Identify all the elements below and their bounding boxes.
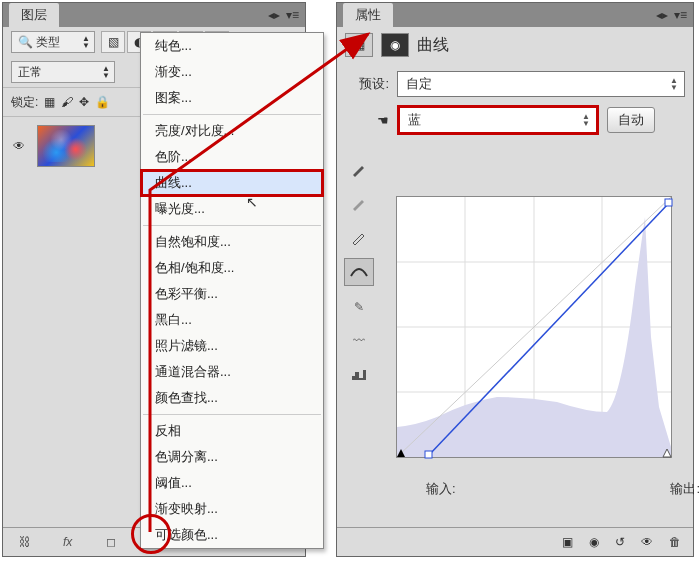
menu-item-17[interactable]: 反相: [141, 418, 323, 444]
collapse-icon[interactable]: ◂▸: [656, 8, 668, 22]
menu-item-4[interactable]: 亮度/对比度...: [141, 118, 323, 144]
histogram-icon[interactable]: [345, 362, 373, 388]
mask-icon[interactable]: ◻: [100, 533, 122, 551]
pencil-icon[interactable]: ✎: [345, 294, 373, 320]
menu-item-5[interactable]: 色阶...: [141, 144, 323, 170]
menu-item-12[interactable]: 黑白...: [141, 307, 323, 333]
adjustment-menu: 纯色...渐变...图案...亮度/对比度...色阶...曲线...曝光度...…: [140, 32, 324, 549]
curves-graph[interactable]: [396, 196, 672, 458]
eyedropper-white-icon[interactable]: [345, 224, 373, 250]
blend-mode-value: 正常: [18, 64, 42, 81]
panel-menu-icon[interactable]: ▾≡: [674, 8, 687, 22]
menu-item-9[interactable]: 自然饱和度...: [141, 229, 323, 255]
collapse-icon[interactable]: ◂▸: [268, 8, 280, 22]
preset-select[interactable]: 自定 ▲▼: [397, 71, 685, 97]
eyedropper-black-icon[interactable]: [345, 156, 373, 182]
adjustment-mask-icon[interactable]: ◉: [381, 33, 409, 57]
svg-rect-8: [665, 199, 672, 206]
lock-transparency-icon[interactable]: ▦: [44, 95, 55, 109]
clip-icon[interactable]: ▣: [562, 535, 573, 549]
view-previous-icon[interactable]: ◉: [589, 535, 599, 549]
panel-menu-icon[interactable]: ▾≡: [286, 8, 299, 22]
smooth-icon[interactable]: 〰: [345, 328, 373, 354]
input-label: 输入:: [426, 480, 456, 498]
fx-icon[interactable]: fx: [57, 533, 79, 551]
lock-position-icon[interactable]: ✥: [79, 95, 89, 109]
preset-label: 预设:: [345, 75, 389, 93]
channel-select[interactable]: 蓝 ▲▼: [397, 105, 599, 135]
menu-item-10[interactable]: 色相/饱和度...: [141, 255, 323, 281]
lock-all-icon[interactable]: 🔒: [95, 95, 110, 109]
properties-tab[interactable]: 属性: [343, 3, 393, 27]
menu-item-11[interactable]: 色彩平衡...: [141, 281, 323, 307]
preset-value: 自定: [406, 75, 432, 93]
auto-button[interactable]: 自动: [607, 107, 655, 133]
visibility-icon[interactable]: 👁: [641, 535, 653, 549]
hand-icon[interactable]: ☚: [345, 113, 389, 128]
lock-label: 锁定:: [11, 94, 38, 111]
layers-tab[interactable]: 图层: [9, 3, 59, 27]
menu-item-2[interactable]: 图案...: [141, 85, 323, 111]
channel-value: 蓝: [408, 111, 421, 129]
visibility-icon[interactable]: 👁: [11, 139, 27, 153]
type-filter-label: 类型: [36, 34, 60, 51]
adjustment-title: 曲线: [417, 35, 449, 56]
menu-item-0[interactable]: 纯色...: [141, 33, 323, 59]
adjustment-grid-icon[interactable]: ▦: [345, 33, 373, 57]
blend-mode-select[interactable]: 正常 ▲▼: [11, 61, 115, 83]
output-label: 输出:: [670, 480, 700, 498]
menu-item-13[interactable]: 照片滤镜...: [141, 333, 323, 359]
menu-item-14[interactable]: 通道混合器...: [141, 359, 323, 385]
menu-item-18[interactable]: 色调分离...: [141, 444, 323, 470]
menu-item-1[interactable]: 渐变...: [141, 59, 323, 85]
menu-item-6[interactable]: 曲线...: [141, 170, 323, 196]
filter-pixel-icon[interactable]: ▧: [101, 31, 125, 53]
curve-point-icon[interactable]: [344, 258, 374, 286]
reset-icon[interactable]: ↺: [615, 535, 625, 549]
menu-item-7[interactable]: 曝光度...: [141, 196, 323, 222]
link-layers-icon[interactable]: ⛓: [14, 533, 36, 551]
eyedropper-gray-icon[interactable]: [345, 190, 373, 216]
menu-item-15[interactable]: 颜色查找...: [141, 385, 323, 411]
menu-item-21[interactable]: 可选颜色...: [141, 522, 323, 548]
lock-brush-icon[interactable]: 🖌: [61, 95, 73, 109]
layer-thumbnail[interactable]: [37, 125, 95, 167]
svg-rect-7: [425, 451, 432, 458]
menu-item-19[interactable]: 阈值...: [141, 470, 323, 496]
menu-item-20[interactable]: 渐变映射...: [141, 496, 323, 522]
type-filter-select[interactable]: 🔍类型 ▲▼: [11, 31, 95, 53]
delete-icon[interactable]: 🗑: [669, 535, 681, 549]
